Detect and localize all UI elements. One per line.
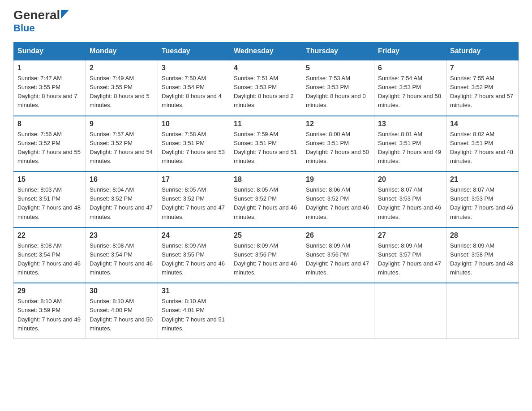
day-number: 28 [450, 231, 515, 240]
day-number: 22 [17, 231, 82, 240]
calendar-cell: 11Sunrise: 7:59 AMSunset: 3:51 PMDayligh… [230, 116, 302, 172]
calendar-cell: 26Sunrise: 8:09 AMSunset: 3:56 PMDayligh… [302, 227, 374, 283]
calendar-week-row: 22Sunrise: 8:08 AMSunset: 3:54 PMDayligh… [14, 227, 519, 283]
day-info: Sunrise: 8:08 AMSunset: 3:54 PMDaylight:… [17, 242, 81, 276]
day-number: 24 [162, 231, 226, 240]
calendar-cell [374, 283, 446, 338]
col-header-monday: Monday [86, 43, 158, 60]
calendar-cell: 15Sunrise: 8:03 AMSunset: 3:51 PMDayligh… [14, 171, 86, 227]
day-info: Sunrise: 7:59 AMSunset: 3:51 PMDaylight:… [234, 131, 297, 164]
calendar-week-row: 1Sunrise: 7:47 AMSunset: 3:55 PMDaylight… [14, 60, 519, 116]
logo-blue: Blue [13, 22, 35, 34]
calendar-week-row: 8Sunrise: 7:56 AMSunset: 3:52 PMDaylight… [14, 116, 519, 172]
calendar-cell: 31Sunrise: 8:10 AMSunset: 4:01 PMDayligh… [158, 283, 230, 338]
col-header-tuesday: Tuesday [158, 43, 230, 60]
calendar-cell: 17Sunrise: 8:05 AMSunset: 3:52 PMDayligh… [158, 171, 230, 227]
day-number: 30 [90, 287, 154, 295]
calendar-cell: 10Sunrise: 7:58 AMSunset: 3:51 PMDayligh… [158, 116, 230, 172]
day-info: Sunrise: 7:50 AMSunset: 3:54 PMDaylight:… [162, 75, 222, 108]
calendar-cell: 21Sunrise: 8:07 AMSunset: 3:53 PMDayligh… [446, 171, 519, 227]
logo: General Blue [13, 9, 69, 34]
day-info: Sunrise: 7:47 AMSunset: 3:55 PMDaylight:… [17, 75, 77, 108]
day-info: Sunrise: 8:03 AMSunset: 3:51 PMDaylight:… [17, 186, 81, 220]
day-info: Sunrise: 7:55 AMSunset: 3:52 PMDaylight:… [450, 75, 513, 108]
calendar-cell: 5Sunrise: 7:53 AMSunset: 3:53 PMDaylight… [302, 60, 374, 116]
calendar-cell: 24Sunrise: 8:09 AMSunset: 3:55 PMDayligh… [158, 227, 230, 283]
day-info: Sunrise: 8:07 AMSunset: 3:53 PMDaylight:… [378, 186, 441, 220]
day-number: 20 [378, 176, 442, 184]
day-info: Sunrise: 8:06 AMSunset: 3:52 PMDaylight:… [306, 186, 369, 220]
day-info: Sunrise: 7:53 AMSunset: 3:53 PMDaylight:… [306, 75, 366, 108]
col-header-friday: Friday [374, 43, 446, 60]
page-header: General Blue [13, 9, 519, 34]
day-number: 8 [17, 120, 82, 128]
logo-general: General [13, 9, 60, 21]
col-header-thursday: Thursday [302, 43, 374, 60]
day-number: 11 [234, 120, 298, 128]
day-number: 21 [450, 176, 515, 184]
day-number: 18 [234, 176, 298, 184]
day-number: 17 [162, 176, 226, 184]
day-info: Sunrise: 8:00 AMSunset: 3:51 PMDaylight:… [306, 131, 369, 164]
day-info: Sunrise: 7:56 AMSunset: 3:52 PMDaylight:… [17, 131, 81, 164]
calendar-cell: 3Sunrise: 7:50 AMSunset: 3:54 PMDaylight… [158, 60, 230, 116]
col-header-saturday: Saturday [446, 43, 519, 60]
day-number: 5 [306, 64, 370, 72]
day-info: Sunrise: 8:10 AMSunset: 4:00 PMDaylight:… [90, 298, 153, 331]
day-number: 12 [306, 120, 370, 128]
calendar-table: SundayMondayTuesdayWednesdayThursdayFrid… [13, 42, 519, 339]
col-header-wednesday: Wednesday [230, 43, 302, 60]
day-info: Sunrise: 7:51 AMSunset: 3:53 PMDaylight:… [234, 75, 294, 108]
svg-marker-0 [61, 10, 69, 19]
calendar-cell [230, 283, 302, 338]
day-info: Sunrise: 8:09 AMSunset: 3:56 PMDaylight:… [234, 242, 297, 276]
calendar-cell: 30Sunrise: 8:10 AMSunset: 4:00 PMDayligh… [86, 283, 158, 338]
logo-triangle-icon [61, 10, 69, 19]
calendar-cell: 18Sunrise: 8:05 AMSunset: 3:52 PMDayligh… [230, 171, 302, 227]
calendar-cell: 25Sunrise: 8:09 AMSunset: 3:56 PMDayligh… [230, 227, 302, 283]
day-info: Sunrise: 8:10 AMSunset: 3:59 PMDaylight:… [17, 298, 81, 331]
day-info: Sunrise: 8:01 AMSunset: 3:51 PMDaylight:… [378, 131, 441, 164]
day-info: Sunrise: 8:09 AMSunset: 3:55 PMDaylight:… [162, 242, 225, 276]
day-number: 4 [234, 64, 298, 72]
calendar-cell: 29Sunrise: 8:10 AMSunset: 3:59 PMDayligh… [14, 283, 86, 338]
calendar-cell: 28Sunrise: 8:09 AMSunset: 3:58 PMDayligh… [446, 227, 519, 283]
day-number: 3 [162, 64, 226, 72]
day-info: Sunrise: 8:08 AMSunset: 3:54 PMDaylight:… [90, 242, 153, 276]
day-info: Sunrise: 7:54 AMSunset: 3:53 PMDaylight:… [378, 75, 441, 108]
day-number: 1 [17, 64, 82, 72]
day-number: 27 [378, 231, 442, 240]
day-info: Sunrise: 8:04 AMSunset: 3:52 PMDaylight:… [90, 186, 153, 220]
calendar-week-row: 29Sunrise: 8:10 AMSunset: 3:59 PMDayligh… [14, 283, 519, 338]
day-info: Sunrise: 8:05 AMSunset: 3:52 PMDaylight:… [234, 186, 297, 220]
calendar-cell: 16Sunrise: 8:04 AMSunset: 3:52 PMDayligh… [86, 171, 158, 227]
day-info: Sunrise: 8:09 AMSunset: 3:58 PMDaylight:… [450, 242, 513, 276]
day-number: 2 [90, 64, 154, 72]
calendar-cell: 20Sunrise: 8:07 AMSunset: 3:53 PMDayligh… [374, 171, 446, 227]
calendar-cell: 1Sunrise: 7:47 AMSunset: 3:55 PMDaylight… [14, 60, 86, 116]
day-number: 25 [234, 231, 298, 240]
calendar-cell [446, 283, 519, 338]
day-number: 23 [90, 231, 154, 240]
day-number: 26 [306, 231, 370, 240]
calendar-cell: 8Sunrise: 7:56 AMSunset: 3:52 PMDaylight… [14, 116, 86, 172]
day-info: Sunrise: 7:58 AMSunset: 3:51 PMDaylight:… [162, 131, 225, 164]
calendar-cell [302, 283, 374, 338]
calendar-cell: 27Sunrise: 8:09 AMSunset: 3:57 PMDayligh… [374, 227, 446, 283]
day-number: 16 [90, 176, 154, 184]
day-number: 7 [450, 64, 515, 72]
day-info: Sunrise: 8:09 AMSunset: 3:56 PMDaylight:… [306, 242, 369, 276]
col-header-sunday: Sunday [14, 43, 86, 60]
calendar-cell: 12Sunrise: 8:00 AMSunset: 3:51 PMDayligh… [302, 116, 374, 172]
calendar-cell: 23Sunrise: 8:08 AMSunset: 3:54 PMDayligh… [86, 227, 158, 283]
day-number: 15 [17, 176, 82, 184]
day-number: 10 [162, 120, 226, 128]
day-number: 29 [17, 287, 82, 295]
day-info: Sunrise: 8:02 AMSunset: 3:51 PMDaylight:… [450, 131, 513, 164]
calendar-cell: 14Sunrise: 8:02 AMSunset: 3:51 PMDayligh… [446, 116, 519, 172]
day-number: 9 [90, 120, 154, 128]
calendar-cell: 19Sunrise: 8:06 AMSunset: 3:52 PMDayligh… [302, 171, 374, 227]
day-info: Sunrise: 8:09 AMSunset: 3:57 PMDaylight:… [378, 242, 441, 276]
day-number: 14 [450, 120, 515, 128]
calendar-cell: 7Sunrise: 7:55 AMSunset: 3:52 PMDaylight… [446, 60, 519, 116]
